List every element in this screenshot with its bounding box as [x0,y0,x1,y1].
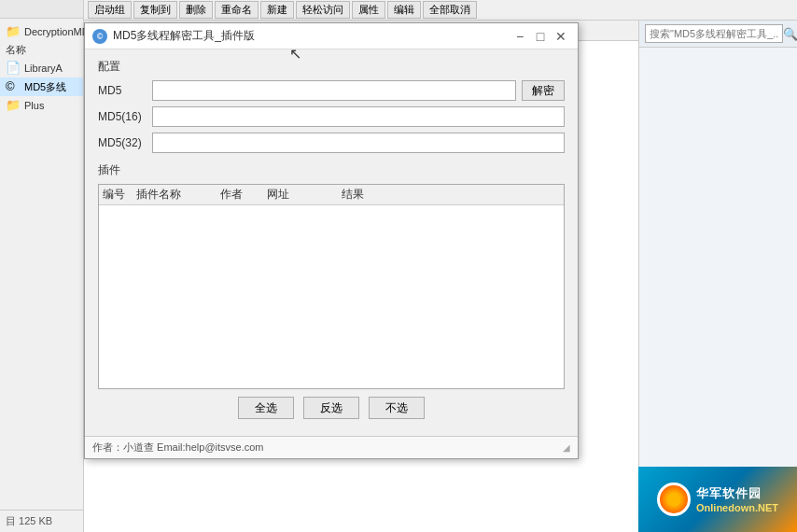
top-toolbar: 启动组 复制到 删除 重命名 新建 轻松访问 属性 编辑 全部取消 [84,0,797,21]
field-label-md5: MD5 [98,84,152,97]
left-panel-item-decryptionmd5[interactable]: 📁 DecryptionMD5 [0,22,83,41]
bottom-logo: 华军软件园 Onlinedown.NET [638,467,797,532]
plugin-table: 编号 插件名称 作者 网址 结果 [98,184,565,389]
plugin-col-result-header: 结果 [342,187,560,203]
left-panel-top [0,0,83,19]
plugin-section: 插件 编号 插件名称 作者 网址 结果 全选 反选 不选 [98,162,565,419]
dialog-window: © MD5多线程解密工具_插件版 − □ ✕ 配置 MD5 解密 MD5(16)… [84,22,579,459]
deselect-button[interactable]: 不选 [369,397,425,419]
plugin-col-no-header: 编号 [103,187,136,203]
dialog-body: 配置 MD5 解密 MD5(16) MD5(32) 插件 [85,49,578,436]
left-panel: 📁 DecryptionMD5 名称 📄 LibraryA © MD5多线 📁 … [0,0,84,532]
left-panel-item-label-librarya: LibraryA [24,63,63,74]
left-panel-item-librarya[interactable]: 📄 LibraryA [0,59,83,77]
left-panel-status: 目 125 KB [0,510,83,532]
plugin-col-name-header: 插件名称 [136,187,220,203]
toolbar-btn-fuzhidao[interactable]: 复制到 [133,1,177,19]
maximize-button[interactable]: □ [531,27,550,46]
left-panel-item-label-name: 名称 [6,43,26,57]
statusbar-text: 作者：小道查 Email:help@itsvse.com [92,441,264,455]
toolbar-btn-quanbuchexiao[interactable]: 全部取消 [423,1,477,19]
app-icon: © [6,79,21,94]
toolbar-btn-xinjian[interactable]: 新建 [260,1,294,19]
plugin-col-author-header: 作者 [220,187,267,203]
left-panel-item-label-plus: Plus [24,100,44,111]
invert-select-button[interactable]: 反选 [303,397,359,419]
config-section-label: 配置 [98,59,565,75]
file-icon: 📄 [6,61,21,76]
dialog-statusbar: 作者：小道查 Email:help@itsvse.com ◢ [85,436,578,458]
left-panel-items: 📁 DecryptionMD5 名称 📄 LibraryA © MD5多线 📁 … [0,19,83,510]
plugin-table-body [99,205,564,388]
plugin-actions: 全选 反选 不选 [98,397,565,419]
dialog-titlebar: © MD5多线程解密工具_插件版 − □ ✕ [85,23,578,49]
dialog-title-text: MD5多线程解密工具_插件版 [113,28,509,44]
decrypt-button[interactable]: 解密 [522,80,565,101]
field-input-md5-32[interactable] [152,133,565,153]
folder-icon-plus: 📁 [6,98,21,113]
dialog-title-icon: © [92,29,107,44]
field-label-md5-32: MD5(32) [98,136,152,149]
left-panel-item-md5[interactable]: © MD5多线 [0,77,83,96]
close-button[interactable]: ✕ [552,27,570,46]
field-row-md5: MD5 解密 [98,80,565,101]
search-input[interactable] [645,24,783,43]
plugin-section-label: 插件 [98,162,565,178]
search-bar: 🔍 [639,21,797,48]
resize-handle-icon: ◢ [563,442,570,453]
plugin-table-header: 编号 插件名称 作者 网址 结果 [99,185,564,205]
logo-en-text: Onlinedown.NET [696,502,778,513]
select-all-button[interactable]: 全选 [238,397,294,419]
toolbar-btn-qidongzu[interactable]: 启动组 [88,1,132,19]
minimize-button[interactable]: − [510,27,529,46]
field-input-md5[interactable] [152,80,516,101]
left-panel-item-plus[interactable]: 📁 Plus [0,96,83,115]
left-panel-item-label-md5: MD5多线 [24,80,66,94]
field-row-md5-32: MD5(32) [98,133,565,153]
toolbar-btn-chongmingming[interactable]: 重命名 [215,1,259,19]
field-input-md5-16[interactable] [152,106,565,127]
field-row-md5-16: MD5(16) [98,106,565,127]
left-panel-item-name-header[interactable]: 名称 [0,41,83,59]
logo-cn-text: 华军软件园 [696,485,778,502]
right-panel: 🔍 [638,21,797,532]
folder-icon: 📁 [6,24,21,39]
field-label-md5-16: MD5(16) [98,110,152,123]
toolbar-btn-shanchu[interactable]: 删除 [179,1,213,19]
toolbar-btn-qingsongfangwen[interactable]: 轻松访问 [296,1,350,19]
search-icon[interactable]: 🔍 [783,24,797,43]
plugin-col-url-header: 网址 [267,187,342,203]
config-section: 配置 MD5 解密 MD5(16) MD5(32) [98,59,565,153]
toolbar-btn-bianji[interactable]: 编辑 [387,1,421,19]
logo-circle [657,483,691,516]
toolbar-btn-shuxing[interactable]: 属性 [352,1,385,19]
